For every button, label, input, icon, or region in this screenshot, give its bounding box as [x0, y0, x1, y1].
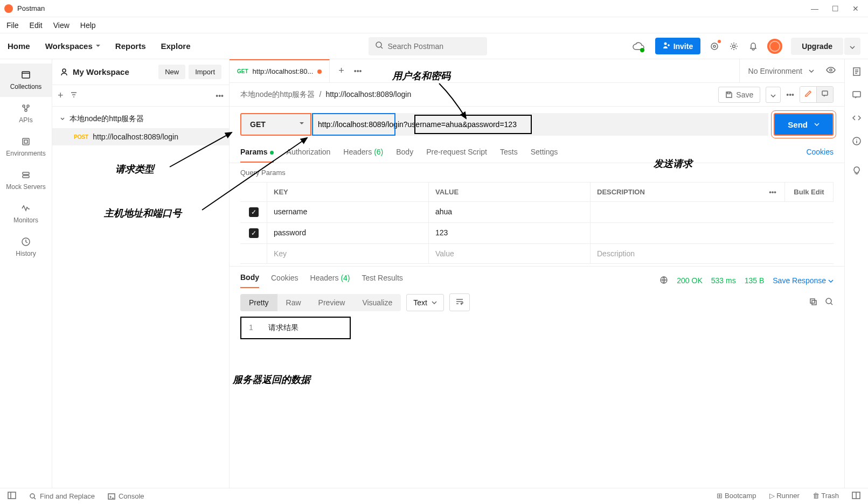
- mode-pretty[interactable]: Pretty: [240, 294, 277, 311]
- import-button[interactable]: Import: [189, 65, 221, 79]
- maximize-icon[interactable]: ☐: [831, 5, 839, 12]
- bc-more-icon[interactable]: •••: [786, 90, 794, 99]
- resp-tab-body[interactable]: Body: [240, 273, 259, 288]
- tab-tests[interactable]: Tests: [500, 148, 518, 163]
- filter-icon[interactable]: [70, 91, 78, 100]
- sidebar-item-mock-servers[interactable]: Mock Servers: [0, 164, 52, 197]
- table-row[interactable]: ✓ username ahua: [240, 202, 834, 223]
- capture-icon[interactable]: [709, 41, 720, 52]
- layout-icon[interactable]: [852, 492, 860, 501]
- save-button[interactable]: Save: [718, 87, 760, 103]
- mode-preview[interactable]: Preview: [310, 294, 354, 311]
- new-button[interactable]: New: [158, 65, 185, 79]
- resp-tab-headers[interactable]: Headers (4): [310, 274, 350, 288]
- save-dropdown[interactable]: [766, 87, 781, 103]
- nav-explore[interactable]: Explore: [161, 41, 190, 51]
- tab-headers[interactable]: Headers (6): [343, 148, 383, 163]
- status-time: 533 ms: [711, 276, 736, 285]
- svg-rect-11: [24, 140, 27, 143]
- sync-icon[interactable]: [630, 38, 647, 54]
- find-replace-button[interactable]: Find and Replace: [29, 492, 95, 500]
- mode-raw[interactable]: Raw: [277, 294, 310, 311]
- nav-workspaces[interactable]: Workspaces: [45, 41, 100, 51]
- globe-icon[interactable]: [659, 276, 668, 286]
- request-tab[interactable]: GET http://localhost:80...: [230, 59, 330, 83]
- tab-params[interactable]: Params: [240, 148, 274, 163]
- sidebar-item-environments[interactable]: Environments: [0, 130, 52, 164]
- checkbox-icon[interactable]: ✓: [249, 228, 259, 238]
- console-button[interactable]: Console: [108, 492, 144, 500]
- workspace-name[interactable]: My Workspace: [60, 67, 158, 76]
- wrap-icon[interactable]: [449, 293, 470, 311]
- search-icon: [375, 41, 384, 51]
- svg-point-0: [376, 42, 381, 47]
- new-tab-icon[interactable]: +: [338, 65, 344, 76]
- collection-row[interactable]: 本地node的http服务器: [52, 110, 229, 128]
- menu-file[interactable]: File: [6, 21, 19, 30]
- upgrade-dropdown[interactable]: [844, 38, 860, 55]
- runner-button[interactable]: ▷ Runner: [769, 492, 800, 501]
- language-select[interactable]: Text: [406, 294, 444, 311]
- resp-tab-tests[interactable]: Test Results: [362, 274, 403, 288]
- edit-icon[interactable]: [800, 87, 817, 102]
- svg-rect-30: [108, 494, 115, 499]
- params-options-icon[interactable]: •••: [761, 183, 785, 201]
- unsaved-dot-icon: [317, 69, 322, 74]
- table-row[interactable]: ✓ password 123: [240, 223, 834, 244]
- sidebar-item-monitors[interactable]: Monitors: [0, 197, 52, 230]
- invite-icon: [663, 41, 670, 51]
- sb-panel-icon[interactable]: [8, 492, 16, 501]
- table-row-empty[interactable]: Key Value Description: [240, 244, 834, 264]
- query-params-label: Query Params: [230, 163, 844, 182]
- copy-icon[interactable]: [809, 297, 817, 307]
- more-icon[interactable]: •••: [216, 92, 224, 100]
- tab-authorization[interactable]: Authorization: [287, 148, 331, 163]
- add-icon[interactable]: +: [58, 90, 64, 101]
- sidebar-item-history[interactable]: History: [0, 230, 52, 264]
- cookies-link[interactable]: Cookies: [806, 148, 834, 163]
- info-icon[interactable]: [852, 136, 862, 148]
- search-input[interactable]: Search Postman: [369, 37, 487, 55]
- url-input[interactable]: [311, 113, 768, 136]
- nav-home[interactable]: Home: [8, 41, 30, 51]
- upgrade-button[interactable]: Upgrade: [791, 38, 843, 55]
- resp-tab-cookies[interactable]: Cookies: [271, 274, 298, 288]
- docs-icon[interactable]: [852, 67, 862, 78]
- code-icon[interactable]: [852, 113, 862, 124]
- sidebar-item-apis[interactable]: APIs: [0, 97, 52, 130]
- save-response-button[interactable]: Save Response: [773, 276, 834, 285]
- comment-icon[interactable]: [817, 87, 833, 102]
- tab-more-icon[interactable]: •••: [354, 67, 362, 75]
- settings-icon[interactable]: [728, 41, 739, 52]
- menubar: File Edit View Help: [0, 17, 868, 33]
- minimize-icon[interactable]: —: [811, 5, 818, 12]
- response-body[interactable]: 1 请求结果: [240, 317, 351, 339]
- comments-icon[interactable]: [852, 90, 862, 101]
- menu-help[interactable]: Help: [80, 21, 96, 30]
- notifications-icon[interactable]: [748, 41, 759, 52]
- avatar[interactable]: [767, 39, 782, 54]
- bulb-icon[interactable]: [852, 166, 862, 177]
- mode-visualize[interactable]: Visualize: [353, 294, 401, 311]
- menu-view[interactable]: View: [53, 21, 70, 30]
- checkbox-icon[interactable]: ✓: [249, 207, 259, 217]
- close-icon[interactable]: ✕: [852, 5, 859, 12]
- request-row[interactable]: POST http://localhost:8089/login: [52, 128, 229, 145]
- env-preview-icon[interactable]: [826, 66, 836, 75]
- method-select[interactable]: GET: [240, 113, 311, 136]
- svg-line-23: [831, 303, 832, 305]
- tab-prerequest[interactable]: Pre-request Script: [426, 148, 487, 163]
- bootcamp-button[interactable]: ⊞ Bootcamp: [717, 492, 756, 501]
- svg-rect-25: [853, 92, 860, 97]
- tab-body[interactable]: Body: [396, 148, 413, 163]
- send-button[interactable]: Send: [774, 113, 834, 136]
- search-resp-icon[interactable]: [825, 297, 834, 307]
- tab-settings[interactable]: Settings: [531, 148, 558, 163]
- nav-reports[interactable]: Reports: [115, 41, 146, 51]
- bulk-edit-button[interactable]: Bulk Edit: [785, 183, 834, 201]
- invite-button[interactable]: Invite: [655, 38, 701, 54]
- environment-select[interactable]: No Environment: [739, 59, 844, 82]
- trash-button[interactable]: 🗑 Trash: [813, 492, 839, 501]
- menu-edit[interactable]: Edit: [30, 21, 43, 30]
- sidebar-item-collections[interactable]: Collections: [0, 64, 52, 97]
